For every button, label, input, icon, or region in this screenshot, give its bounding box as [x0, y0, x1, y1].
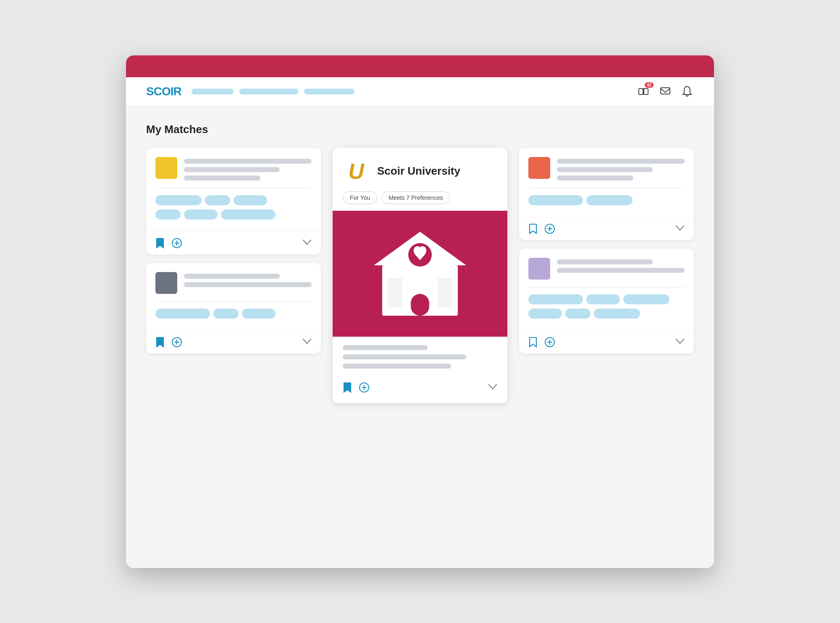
card-2-expand-btn[interactable]: [302, 338, 312, 346]
message-icon-wrap[interactable]: [659, 85, 672, 98]
card-1-inner: [146, 148, 321, 231]
card-4-tag-2[interactable]: [586, 294, 620, 304]
card-4-header: [528, 258, 685, 280]
card-4-tag-3[interactable]: [623, 294, 669, 304]
university-name: Scoir University: [377, 165, 460, 178]
logo[interactable]: SCOIR: [146, 85, 181, 98]
card-3-inner: [519, 148, 694, 217]
top-bar: [126, 55, 714, 77]
portfolio-icon-wrap[interactable]: 42: [637, 85, 650, 98]
card-4-expand-btn[interactable]: [675, 338, 685, 346]
card-1-divider: [155, 188, 312, 188]
card-2-line-1: [184, 274, 280, 279]
card-1-tag-1[interactable]: [155, 195, 202, 205]
card-2-header: [155, 272, 312, 294]
card-3-tags-row-1: [528, 195, 685, 205]
card-2-add-btn[interactable]: [171, 337, 182, 348]
card-3-footer: [519, 217, 694, 240]
school-building-icon: [365, 223, 475, 324]
featured-body: [333, 337, 507, 369]
card-1-tag-6[interactable]: [221, 209, 276, 220]
nav-icons: 42: [637, 85, 694, 98]
card-1-tags-row-2: [155, 209, 312, 220]
nav-pill-1[interactable]: [192, 89, 234, 94]
card-3-logo: [528, 157, 550, 179]
card-3-text: [557, 157, 685, 181]
card-1-tag-5[interactable]: [184, 209, 218, 220]
card-3-add-btn[interactable]: [544, 223, 555, 234]
card-4-bookmark-btn[interactable]: [528, 337, 538, 348]
featured-footer: [333, 375, 507, 403]
card-3-tag-2[interactable]: [586, 195, 633, 205]
featured-bookmark-btn[interactable]: [343, 382, 352, 393]
card-1-tag-4[interactable]: [155, 209, 181, 220]
card-2-inner: [146, 263, 321, 330]
svg-rect-3: [661, 88, 670, 94]
card-2-tag-2[interactable]: [213, 309, 239, 319]
right-column: [519, 148, 694, 353]
card-2-tag-3[interactable]: [242, 309, 276, 319]
nav-pill-2[interactable]: [239, 89, 298, 94]
card-3-line-2: [557, 167, 653, 172]
notification-icon-wrap[interactable]: [680, 85, 694, 98]
svg-rect-13: [411, 294, 429, 316]
card-1-footer: [146, 231, 321, 254]
card-2-tag-1[interactable]: [155, 309, 210, 319]
match-card-4: [519, 249, 694, 353]
match-card-1: [146, 148, 321, 254]
main-content: My Matches: [126, 106, 714, 568]
card-1-text: [184, 157, 312, 181]
for-you-tag[interactable]: For You: [343, 191, 377, 204]
card-3-tag-1[interactable]: [528, 195, 583, 205]
card-1-expand-btn[interactable]: [302, 238, 312, 247]
featured-expand-btn[interactable]: [488, 383, 497, 392]
card-4-add-btn[interactable]: [544, 337, 555, 348]
card-3-header: [528, 157, 685, 181]
svg-rect-15: [438, 278, 453, 307]
card-1-line-2: [184, 167, 280, 172]
card-1-add-btn[interactable]: [171, 238, 182, 249]
featured-tags: For You Meets 7 Preferences: [333, 191, 507, 211]
card-4-tag-6[interactable]: [594, 309, 640, 319]
card-4-inner: [519, 249, 694, 330]
featured-line-1: [343, 345, 428, 350]
card-4-tag-5[interactable]: [565, 309, 591, 319]
card-4-logo: [528, 258, 550, 280]
featured-add-btn[interactable]: [359, 382, 370, 393]
message-icon: [659, 85, 672, 98]
u-letter: U: [348, 160, 364, 182]
card-2-line-2: [184, 282, 312, 287]
svg-rect-1: [644, 89, 648, 94]
card-3-expand-btn[interactable]: [675, 224, 685, 233]
meets-preferences-tag[interactable]: Meets 7 Preferences: [381, 191, 450, 204]
card-4-line-1: [557, 259, 653, 264]
card-4-divider: [528, 287, 685, 288]
card-3-bookmark-btn[interactable]: [528, 223, 538, 234]
card-4-tag-4[interactable]: [528, 309, 562, 319]
card-2-divider: [155, 301, 312, 302]
card-3-line-1: [557, 159, 685, 164]
featured-header: U Scoir University: [333, 148, 507, 191]
card-1-tag-2[interactable]: [205, 195, 230, 205]
card-2-bookmark-btn[interactable]: [155, 337, 165, 348]
svg-rect-0: [639, 89, 643, 94]
card-2-text: [184, 272, 312, 287]
featured-line-2: [343, 354, 466, 359]
nav-left: SCOIR: [146, 85, 354, 98]
bell-icon: [680, 85, 694, 98]
left-column: [146, 148, 321, 353]
card-1-tag-3[interactable]: [234, 195, 267, 205]
card-1-bookmark-btn[interactable]: [155, 238, 165, 249]
card-1-line-3: [184, 175, 260, 181]
university-logo: U: [343, 158, 370, 185]
card-3-divider: [528, 188, 685, 188]
card-4-tag-1[interactable]: [528, 294, 583, 304]
card-4-line-2: [557, 268, 685, 273]
browser-window: SCOIR 42: [126, 55, 714, 568]
card-2-footer: [146, 330, 321, 353]
card-4-footer: [519, 330, 694, 353]
card-4-tags-row-1: [528, 294, 685, 304]
nav-bar: SCOIR 42: [126, 77, 714, 106]
nav-pill-3[interactable]: [304, 89, 354, 94]
nav-pills: [192, 89, 354, 94]
